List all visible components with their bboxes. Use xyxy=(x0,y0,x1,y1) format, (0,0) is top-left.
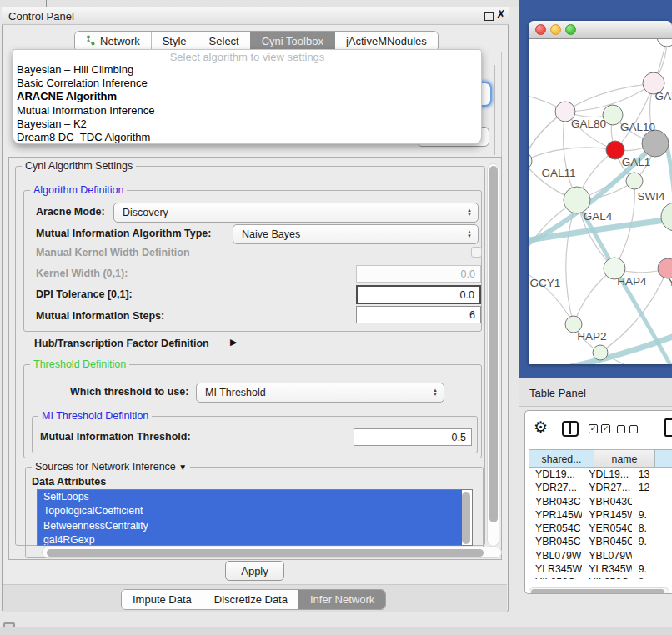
table-row[interactable]: YPR145WYPR145W9. xyxy=(529,508,672,522)
algorithm-definition-title: Algorithm Definition xyxy=(30,184,127,196)
network-graph: GALGAL80GAL10GAL1GAL11SWI4GAL4GCY1HAP4YH… xyxy=(529,39,672,364)
column-header-shared[interactable]: shared... xyxy=(529,449,594,468)
split-columns-icon[interactable] xyxy=(562,421,579,437)
network-node-swi4[interactable] xyxy=(626,172,643,189)
network-node-node-b[interactable] xyxy=(593,345,608,360)
which-threshold-label: Which threshold to use: xyxy=(70,386,188,398)
mi-threshold-field[interactable]: 0.5 xyxy=(354,428,472,446)
mi-steps-field[interactable]: 6 xyxy=(356,306,481,323)
network-canvas[interactable]: GALGAL80GAL10GAL1GAL11SWI4GAL4GCY1HAP4YH… xyxy=(529,39,672,364)
attribute-gal4rgexp[interactable]: gal4RGexp xyxy=(38,533,462,546)
attribute-selfloops[interactable]: SelfLoops xyxy=(38,490,462,504)
algorithm-option-mutual-information-inference[interactable]: Mutual Information Inference xyxy=(13,104,481,118)
kernel-width-field[interactable]: 0.0 xyxy=(356,265,481,282)
table-row[interactable]: YBR045CYBR045C9. xyxy=(529,535,672,548)
unchecked-checkbox-icon[interactable] xyxy=(617,425,625,433)
table-row[interactable]: YDL19...YDL19...13 xyxy=(529,468,672,481)
tab-style[interactable]: Style xyxy=(151,32,198,51)
network-window-titlebar[interactable] xyxy=(529,21,672,39)
settings-vertical-scrollbar-thumb[interactable] xyxy=(489,166,498,522)
table-card: ⚙ ✓ ✓ shared...nameA YDL19...YDL19...13Y… xyxy=(524,410,672,594)
bottom-tab-discretize-data[interactable]: Discretize Data xyxy=(203,590,298,609)
dpi-tolerance-label: DPI Tolerance [0,1]: xyxy=(36,288,133,300)
algorithm-option-dream8-dc-tdc-algorithm[interactable]: Dream8 DC_TDC Algorithm xyxy=(13,131,481,144)
gear-icon[interactable]: ⚙ xyxy=(534,418,548,437)
table-row[interactable]: YDR27...YDR27...12 xyxy=(529,481,672,494)
mi-algorithm-type-select[interactable]: Naive Bayes ▲▼ xyxy=(233,224,479,244)
attribute-betweennesscentrality[interactable]: BetweennessCentrality xyxy=(38,519,462,533)
tab-network[interactable]: Network xyxy=(75,32,151,51)
tab-select[interactable]: Select xyxy=(198,32,250,51)
bottom-tab-infer-network[interactable]: Infer Network xyxy=(298,590,385,609)
stepper-icon: ▲▼ xyxy=(467,208,472,217)
algorithm-option-basic-correlation-inference[interactable]: Basic Correlation Inference xyxy=(13,77,481,90)
data-attributes-list[interactable]: SelfLoopsTopologicalCoefficientBetweenne… xyxy=(37,489,473,546)
checked-checkbox-icon[interactable]: ✓ xyxy=(589,424,598,433)
aracne-mode-select[interactable]: Discovery ▲▼ xyxy=(113,202,479,222)
table-cell: 9. xyxy=(632,535,672,548)
bottom-status-strip xyxy=(0,627,672,635)
float-window-icon[interactable] xyxy=(484,12,494,21)
network-window: GALGAL80GAL10GAL1GAL11SWI4GAL4GCY1HAP4YH… xyxy=(529,21,672,364)
node-label-gcy1: GCY1 xyxy=(530,277,561,289)
aracne-mode-value: Discovery xyxy=(123,207,168,218)
table-cell xyxy=(632,495,672,508)
table-horizontal-scrollbar-thumb[interactable] xyxy=(531,589,664,594)
table-cell: YDR27... xyxy=(582,481,632,494)
algorithm-option-bayesian-hill-climbing[interactable]: Bayesian – Hill Climbing xyxy=(13,63,481,77)
table-row[interactable]: YBR043CYBR043C xyxy=(529,495,672,508)
manual-kernel-label: Manual Kernel Width Definition xyxy=(36,247,190,258)
node-label-gal4: GAL4 xyxy=(584,210,613,222)
mi-algorithm-type-label: Mutual Information Algorithm Type: xyxy=(36,228,211,239)
table-cell: YIL052C xyxy=(529,576,582,579)
table-row[interactable]: YBL079WYBL079W xyxy=(529,549,672,562)
unchecked-checkbox-icon[interactable] xyxy=(629,425,638,433)
attribute-list-scrollbar[interactable] xyxy=(462,492,470,544)
dpi-tolerance-field[interactable]: 0.0 xyxy=(356,285,481,304)
column-header-name[interactable]: name xyxy=(594,449,655,468)
page-icon[interactable] xyxy=(664,418,672,437)
algorithm-option-bayesian-k2[interactable]: Bayesian – K2 xyxy=(13,118,481,131)
table-row[interactable]: YLR345WYLR345W9. xyxy=(529,562,672,576)
network-icon xyxy=(86,35,96,48)
table-cell: YBR045C xyxy=(582,535,632,548)
cyni-settings-group-title: Cyni Algorithm Settings xyxy=(22,160,136,172)
tab-cyni-toolbox[interactable]: Cyni Toolbox xyxy=(250,32,334,51)
manual-kernel-checkbox[interactable] xyxy=(471,247,482,258)
network-node-node-top[interactable] xyxy=(657,39,672,47)
settings-horizontal-scrollbar-thumb[interactable] xyxy=(47,549,484,557)
node-label-gal: GAL xyxy=(654,90,672,102)
table-cell: YDR27... xyxy=(529,481,582,494)
node-label-gal1: GAL1 xyxy=(622,156,651,168)
bottom-tab-impute-data[interactable]: Impute Data xyxy=(122,590,203,609)
hub-definition-label[interactable]: Hub/Transcription Factor Definition xyxy=(34,338,209,349)
apply-button[interactable]: Apply xyxy=(225,561,284,581)
close-traffic-light-icon[interactable] xyxy=(535,24,546,35)
minimize-traffic-light-icon[interactable] xyxy=(550,24,561,35)
attribute-topologicalcoefficient[interactable]: TopologicalCoefficient xyxy=(38,504,462,518)
dropdown-prompt: Select algorithm to view settings xyxy=(13,51,481,63)
table-cell xyxy=(632,549,672,562)
mi-threshold-group-title: MI Threshold Definition xyxy=(38,410,152,422)
collapse-arrow-icon[interactable]: ▼ xyxy=(178,462,187,472)
network-node-node-gray[interactable] xyxy=(642,130,669,157)
network-node-node-big-green[interactable] xyxy=(661,202,672,231)
table-row[interactable]: YER054CYER054C8. xyxy=(529,522,672,535)
checked-checkbox-icon[interactable]: ✓ xyxy=(601,424,610,433)
expand-arrow-icon[interactable]: ▶ xyxy=(230,337,237,348)
tab-style-label: Style xyxy=(163,35,187,48)
table-row[interactable]: YIL052CYIL052C8. xyxy=(529,576,672,579)
data-attributes-label: Data Attributes xyxy=(32,476,106,488)
close-icon[interactable]: ✗ xyxy=(496,8,506,21)
algorithm-option-aracne-algorithm[interactable]: ARACNE Algorithm xyxy=(13,90,481,103)
sources-group-title[interactable]: Sources for Network Inference ▼ xyxy=(32,461,190,472)
tab-jactivemnodules-label: jActiveMNodules xyxy=(346,35,427,48)
network-node-gal11[interactable] xyxy=(529,152,532,170)
table-cell: YIL052C xyxy=(582,576,632,579)
cyni-bottom-tabs: Impute DataDiscretize DataInfer Network xyxy=(121,589,386,610)
tab-jactivemnodules[interactable]: jActiveMNodules xyxy=(334,32,438,51)
which-threshold-select[interactable]: MI Threshold ▲▼ xyxy=(196,382,444,402)
zoom-traffic-light-icon[interactable] xyxy=(565,24,576,35)
table-cell: YDL19... xyxy=(582,468,632,481)
column-header-a[interactable]: A xyxy=(655,449,672,468)
